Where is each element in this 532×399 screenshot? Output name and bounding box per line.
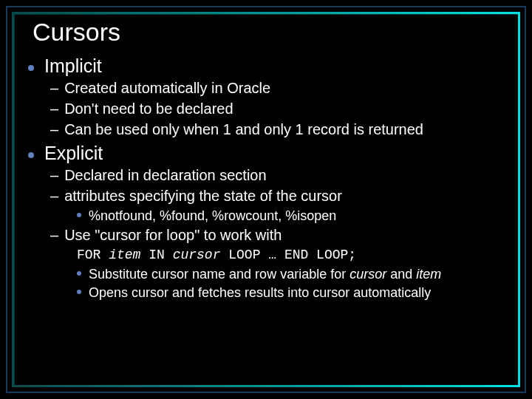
bullet-implicit: Implicit: [28, 55, 514, 77]
disc-bullet-icon: [28, 152, 34, 158]
dash-icon: –: [50, 120, 58, 140]
disc-bullet-icon: [77, 213, 81, 217]
sub-item: – Can be used only when 1 and only 1 rec…: [50, 120, 514, 140]
dash-icon: –: [50, 225, 58, 245]
dash-icon: –: [50, 186, 58, 206]
sub-text: Created automatically in Oracle: [64, 78, 270, 98]
disc-bullet-icon: [77, 271, 81, 276]
code-arg-cursor: cursor: [173, 248, 221, 262]
sub-item: – Don't need to be declared: [50, 99, 514, 119]
sub-sub-text: %notfound, %found, %rowcount, %isopen: [89, 207, 336, 225]
sub-item: – Created automatically in Oracle: [50, 78, 514, 98]
code-kw: IN: [140, 248, 172, 262]
code-kw: FOR: [77, 248, 109, 262]
sub-sub-item: %notfound, %found, %rowcount, %isopen: [77, 207, 514, 225]
sub-text: Use "cursor for loop" to work with: [64, 225, 282, 245]
sub-text: attributes specifying the state of the c…: [64, 186, 342, 206]
disc-bullet-icon: [77, 290, 81, 294]
sub-sub-text: Opens cursor and fetches results into cu…: [89, 284, 431, 301]
sub-text: Declared in declaration section: [64, 166, 267, 185]
text-part: Substitute cursor name and row variable …: [89, 267, 349, 282]
text-part: and: [386, 267, 416, 282]
sub-text: Can be used only when 1 and only 1 recor…: [64, 120, 423, 140]
dash-icon: –: [50, 166, 58, 185]
sub-sub-text: Substitute cursor name and row variable …: [89, 265, 441, 283]
code-kw: LOOP … END LOOP;: [220, 248, 356, 262]
sub-sub-item: Opens cursor and fetches results into cu…: [77, 284, 514, 301]
sub-item: – Use "cursor for loop" to work with: [50, 225, 514, 245]
bullet-text: Explicit: [44, 143, 103, 164]
sub-sub-item: Substitute cursor name and row variable …: [77, 265, 514, 283]
code-example: FOR item IN cursor LOOP … END LOOP;: [77, 246, 514, 264]
code-arg-item: item: [109, 248, 140, 262]
disc-bullet-icon: [28, 65, 34, 71]
em-item: item: [416, 267, 441, 282]
bullet-text: Implicit: [44, 55, 102, 77]
slide-title: Cursors: [33, 18, 514, 47]
sub-item: – attributes specifying the state of the…: [50, 186, 514, 206]
sub-text: Don't need to be declared: [64, 99, 233, 119]
dash-icon: –: [50, 78, 58, 98]
slide-content: Cursors Implicit – Created automatically…: [33, 18, 514, 381]
dash-icon: –: [50, 99, 58, 119]
bullet-explicit: Explicit: [28, 143, 514, 164]
sub-item: – Declared in declaration section: [50, 166, 514, 185]
em-cursor: cursor: [349, 267, 386, 282]
